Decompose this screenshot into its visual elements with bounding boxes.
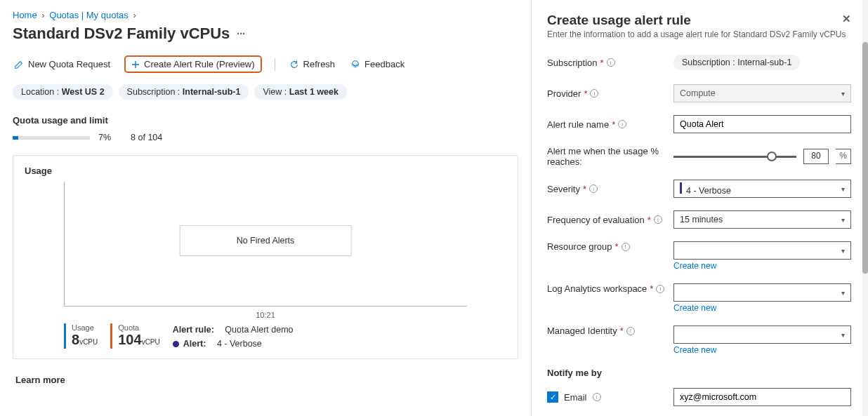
stat-usage: Usage 8vCPU: [64, 323, 98, 349]
percent-label: %: [836, 149, 851, 164]
log-workspace-select[interactable]: ▾: [673, 283, 851, 302]
managed-identity-select[interactable]: ▾: [673, 326, 851, 344]
quota-of-text: 8 of 104: [131, 133, 162, 142]
refresh-button[interactable]: Refresh: [288, 56, 337, 72]
info-icon[interactable]: i: [656, 285, 664, 293]
chevron-down-icon: ▾: [841, 216, 845, 224]
breadcrumb-quotas[interactable]: Quotas | My quotas: [49, 10, 129, 20]
close-panel-button[interactable]: ✕: [842, 13, 851, 25]
create-new-managed-identity-link[interactable]: Create new: [673, 345, 851, 355]
quota-progress-bar: [13, 136, 90, 140]
quota-progress-fill: [13, 136, 18, 140]
filter-pill-view[interactable]: View : Last 1 week: [254, 84, 346, 100]
alert-rule-info: Alert rule: Quota Alert demo Alert: 4 - …: [173, 323, 294, 349]
breadcrumb: Home › Quotas | My quotas ›: [13, 10, 518, 20]
info-icon[interactable]: i: [618, 120, 626, 128]
provider-select: Compute▾: [673, 84, 851, 102]
alert-rule-name-input[interactable]: [673, 115, 851, 133]
chevron-down-icon: ▾: [841, 289, 845, 297]
page-title: Standard DSv2 Family vCPUs ···: [13, 25, 518, 43]
usage-percent-slider[interactable]: [673, 149, 796, 163]
panel-title: Create usage alert rule: [547, 13, 691, 28]
slider-thumb[interactable]: [767, 152, 777, 161]
plus-icon: [131, 60, 140, 69]
info-icon[interactable]: i: [590, 89, 598, 98]
chart-area: No Fired Alerts 10:21: [64, 182, 467, 315]
notify-me-by-heading: Notify me by: [547, 368, 851, 378]
more-actions-button[interactable]: ···: [237, 28, 245, 39]
info-icon[interactable]: i: [622, 243, 630, 251]
divider: [275, 58, 275, 71]
filter-pill-location[interactable]: Location : West US 2: [13, 84, 113, 100]
usage-percent-value[interactable]: 80: [803, 149, 829, 164]
stat-quota: Quota 104vCPU: [110, 323, 160, 349]
severity-dot-icon: [173, 341, 179, 347]
chevron-right-icon: ›: [131, 10, 138, 20]
chevron-down-icon: ▾: [841, 90, 845, 98]
scrollbar-thumb[interactable]: [862, 42, 868, 274]
chart-x-label: 10:21: [256, 311, 275, 319]
resource-group-select[interactable]: ▾: [673, 241, 851, 260]
panel-subtitle: Enter the information to add a usage ale…: [547, 29, 851, 39]
toolbar: New Quota Request Create Alert Rule (Pre…: [13, 55, 518, 73]
quota-percent: 7%: [98, 133, 111, 142]
info-icon[interactable]: i: [626, 327, 635, 335]
usage-card: Usage No Fired Alerts 10:21 Usage 8vCPU: [13, 155, 518, 359]
create-alert-rule-panel: Create usage alert rule ✕ Enter the info…: [531, 0, 868, 416]
feedback-icon: [350, 60, 360, 69]
chevron-down-icon: ▾: [841, 185, 845, 193]
severity-select[interactable]: 4 - Verbose ▾: [673, 180, 851, 198]
create-new-resource-group-link[interactable]: Create new: [673, 261, 851, 271]
refresh-icon: [289, 60, 299, 69]
new-quota-request-button[interactable]: New Quota Request: [13, 56, 112, 72]
edit-icon: [14, 60, 24, 69]
info-icon[interactable]: i: [593, 393, 601, 401]
breadcrumb-home[interactable]: Home: [13, 10, 37, 20]
chevron-down-icon: ▾: [841, 247, 845, 255]
chevron-down-icon: ▾: [841, 331, 845, 339]
quota-usage-heading: Quota usage and limit: [13, 115, 518, 126]
create-new-log-workspace-link[interactable]: Create new: [673, 303, 851, 313]
filter-pill-subscription[interactable]: Subscription : Internal-sub-1: [119, 84, 249, 100]
info-icon[interactable]: i: [654, 215, 662, 224]
email-input[interactable]: [673, 388, 851, 406]
info-icon[interactable]: i: [589, 184, 598, 193]
info-icon[interactable]: i: [607, 58, 615, 67]
chevron-right-icon: ›: [39, 10, 46, 20]
feedback-button[interactable]: Feedback: [349, 56, 406, 72]
no-fired-alerts-message: No Fired Alerts: [180, 225, 352, 256]
frequency-select[interactable]: 15 minutes▾: [673, 210, 851, 229]
usage-title: Usage: [25, 166, 506, 176]
email-checkbox[interactable]: ✓: [547, 391, 558, 403]
subscription-readonly: Subscription : Internal-sub-1: [673, 55, 800, 70]
learn-more-heading: Learn more: [13, 375, 518, 385]
scrollbar[interactable]: [862, 0, 868, 416]
create-alert-rule-button[interactable]: Create Alert Rule (Preview): [124, 55, 262, 73]
